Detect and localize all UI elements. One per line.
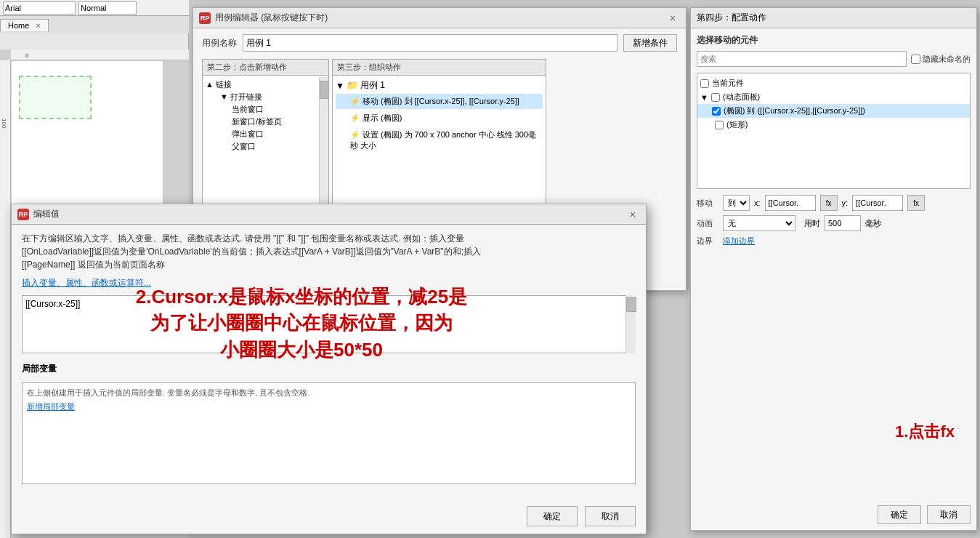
hide-unnamed-checkbox[interactable]	[911, 55, 920, 64]
current-element-label: 当前元件	[712, 78, 744, 89]
col2-root-label: 用例 1	[360, 79, 385, 92]
col2-header-label: 第三步：组织动作	[337, 62, 401, 73]
new-window-label: 新窗口/标签页	[232, 117, 282, 126]
tree-item-popup[interactable]: 弹出窗口	[206, 128, 325, 140]
checkbox-dynamic-panel[interactable]	[711, 93, 720, 102]
editval-textarea-wrapper: [[Cursor.x-25]]	[22, 295, 636, 356]
tree-rect[interactable]: (矩形)	[700, 118, 967, 132]
config-search-row: 隐藏未命名的	[697, 51, 971, 67]
dynamic-panel-label: (动态面板)	[723, 92, 760, 103]
border-config-row: 边界 添加边界	[697, 236, 971, 246]
parent-window-label: 父窗口	[232, 142, 256, 150]
action-text-1: 移动 (椭圆) 到 [[Cursor.x-25]], [[Cursor.y-25…	[363, 97, 519, 105]
action-item-1[interactable]: ⚡ 移动 (椭圆) 到 [[Cursor.x-25]], [[Cursor.y-…	[336, 94, 543, 109]
usecase-col1-content: ▲ 链接 ▼ 打开链接 当前窗口 新窗口/标签页 弹出窗口	[203, 76, 328, 156]
local-vars-container: 在上侧创建用于插入元件值的局部变量. 变量名必须是字母和数字, 且不包含空格. …	[22, 382, 636, 484]
config-section-title: 选择移动的元件	[697, 34, 971, 47]
action-text-3: 设置 (椭圆) 为 700 x 700 anchor 中心 线性 300毫秒 大…	[350, 130, 536, 150]
local-vars-description: 在上侧创建用于插入元件值的局部变量. 变量名必须是字母和数字, 且不包含空格.	[27, 388, 631, 398]
local-vars-title: 局部变量	[22, 363, 636, 375]
usecase-name-row: 用例名称 新增条件	[202, 34, 677, 52]
border-label: 边界	[697, 236, 718, 246]
editval-title: 编辑值	[33, 208, 60, 220]
textarea-scrollbar-thumb[interactable]	[626, 297, 636, 312]
tree-item-current-window[interactable]: 当前窗口	[206, 103, 325, 116]
checkbox-ellipse[interactable]	[712, 107, 721, 116]
action-item-3[interactable]: ⚡ 设置 (椭圆) 为 700 x 700 anchor 中心 线性 300毫秒…	[336, 127, 543, 153]
editval-titlebar: RP 编辑值 ×	[12, 204, 646, 225]
add-local-var-link[interactable]: 新增局部变量	[27, 402, 75, 411]
open-link-label: 打开链接	[230, 92, 262, 101]
config-search-input[interactable]	[697, 51, 907, 67]
duration-label: 用时	[804, 218, 820, 229]
duration-input[interactable]	[825, 215, 861, 231]
tree-dynamic-panel[interactable]: ▼ (动态面板)	[700, 90, 967, 104]
x-coord-label: x:	[754, 198, 761, 207]
config-body: 选择移动的元件 隐藏未命名的 当前元件 ▼ (动态面板) (椭圆) 到 ([[C…	[691, 28, 976, 257]
editval-cancel-button[interactable]: 取消	[585, 506, 636, 526]
top-toolbar	[0, 0, 189, 16]
tree-item-parent-window[interactable]: 父窗口	[206, 140, 325, 153]
usecase-dialog-icon: RP	[199, 12, 211, 24]
arrow-icon: ▲	[206, 80, 214, 89]
hide-unnamed-label: 隐藏未命名的	[911, 54, 971, 65]
local-vars-section: 局部变量 在上侧创建用于插入元件值的局部变量. 变量名必须是字母和数字, 且不包…	[22, 363, 636, 484]
config-bottom: 移动 到 x: fx y: fx 动画 无 用时 毫秒	[697, 195, 971, 246]
usecase-close-button[interactable]: ×	[665, 11, 680, 25]
animation-select[interactable]: 无	[723, 215, 795, 231]
tree-ellipse-selected[interactable]: (椭圆) 到 ([[Cursor.x-25]],[[Cursor.y-25]])	[697, 104, 970, 118]
action-icon-3: ⚡	[350, 130, 360, 139]
config-titlebar: 第四步：配置动作	[691, 8, 976, 28]
config-cancel-button[interactable]: 取消	[927, 505, 971, 524]
add-border-link[interactable]: 添加边界	[723, 236, 755, 246]
config-panel: 第四步：配置动作 选择移动的元件 隐藏未命名的 当前元件 ▼ (动态面板)	[690, 7, 977, 531]
tree-folder-icon: ▼	[336, 81, 344, 91]
tree-link-label: 链接	[216, 80, 232, 89]
ruler-mark-0: 0	[25, 52, 28, 59]
usecase-add-condition-button[interactable]: 新增条件	[623, 34, 677, 52]
checkbox-current[interactable]	[700, 79, 709, 88]
home-tab-bar: Home ×	[0, 16, 189, 33]
y-fx-button[interactable]: fx	[907, 195, 925, 211]
action-icon-1: ⚡	[350, 97, 360, 105]
editval-description: 在下方编辑区输入文字、插入变量、属性、函数或表达式. 请使用 "[[" 和 "]…	[22, 232, 636, 271]
move-label: 移动	[697, 198, 718, 209]
editval-textarea[interactable]: [[Cursor.x-25]]	[22, 295, 636, 353]
ellipse-move-label: (椭圆) 到 ([[Cursor.x-25]],[[Cursor.y-25]])	[724, 105, 865, 116]
usecase-col1-header: 第二步：点击新增动作	[203, 60, 328, 76]
textarea-scrollbar[interactable]	[625, 295, 636, 353]
font-size-input[interactable]	[78, 1, 137, 15]
y-value-input[interactable]	[852, 195, 903, 211]
action-item-2[interactable]: ⚡ 显示 (椭圆)	[336, 111, 543, 126]
usecase-name-input[interactable]	[243, 34, 617, 52]
editval-ok-button[interactable]: 确定	[527, 506, 578, 526]
x-fx-button[interactable]: fx	[820, 195, 838, 211]
config-title-label: 第四步：配置动作	[697, 12, 766, 24]
usecase-name-label: 用例名称	[202, 37, 237, 49]
insert-var-link[interactable]: 插入变量、属性、函数或运算符...	[22, 277, 636, 289]
tree-item-link[interactable]: ▲ 链接	[206, 79, 325, 91]
tab-home-label: Home	[8, 21, 29, 30]
arrow-icon-open: ▼	[220, 92, 228, 101]
move-to-select[interactable]: 到	[723, 195, 750, 211]
x-value-input[interactable]	[765, 195, 816, 211]
config-footer: 确定 取消	[878, 505, 971, 524]
config-ok-button[interactable]: 确定	[878, 505, 921, 524]
editval-close-button[interactable]: ×	[625, 207, 640, 222]
ruler-mark-100: 100	[1, 119, 7, 128]
font-name-input[interactable]	[3, 1, 76, 15]
action-text-2: 显示 (椭圆)	[363, 113, 402, 122]
tree-current-element[interactable]: 当前元件	[700, 76, 967, 90]
col1-scrollbar-thumb[interactable]	[320, 81, 329, 99]
ruler-left: 100	[0, 60, 11, 538]
col2-root: ▼ 📁 用例 1	[336, 79, 543, 92]
tab-home[interactable]: Home ×	[0, 19, 49, 31]
tree-item-new-window[interactable]: 新窗口/标签页	[206, 116, 325, 128]
tab-home-close[interactable]: ×	[36, 21, 40, 30]
config-tree: 当前元件 ▼ (动态面板) (椭圆) 到 ([[Cursor.x-25]],[[…	[697, 73, 971, 189]
tree-item-open-link[interactable]: ▼ 打开链接	[206, 91, 325, 103]
folder-icon: 📁	[347, 80, 358, 91]
usecase-dialog-title: 用例编辑器 (鼠标按键按下时)	[215, 12, 328, 24]
checkbox-rect[interactable]	[715, 121, 724, 129]
rect-label: (矩形)	[726, 119, 748, 130]
